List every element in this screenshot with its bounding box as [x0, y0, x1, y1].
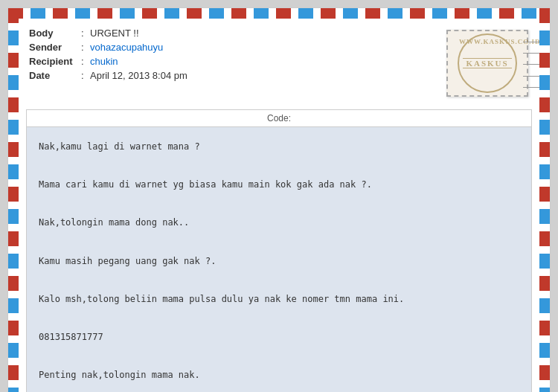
code-line: 081315871777	[39, 328, 519, 347]
code-section: Code: Nak,kamu lagi di warnet mana ? Mam…	[26, 109, 532, 392]
sender-row: Sender : vohazacupahuyu	[26, 40, 190, 54]
code-line: Kalo msh,tolong beliin mama pulsa dulu y…	[39, 290, 519, 309]
postage-stamp: WWW.KASKUS.CO.ID KASKUS	[446, 30, 528, 97]
sender-label: Sender	[26, 40, 78, 54]
stamp-area: WWW.KASKUS.CO.ID KASKUS	[443, 26, 532, 100]
code-line: Nak,tolongin mama dong nak..	[39, 213, 519, 233]
stamp-outer-text: WWW.KASKUS.CO.ID	[459, 38, 516, 45]
stamp-line-5	[523, 87, 549, 88]
recipient-link[interactable]: chukin	[90, 56, 118, 67]
code-line: Penting nak,tolongin mama nak.	[39, 366, 519, 385]
colon-1: :	[78, 26, 87, 40]
body-value: URGENT !!	[87, 26, 190, 40]
sender-value: vohazacupahuyu	[87, 40, 190, 54]
body-row: Body : URGENT !!	[26, 26, 190, 40]
code-line	[39, 233, 519, 252]
stamp-inner: WWW.KASKUS.CO.ID KASKUS	[458, 33, 517, 93]
stamp-brand-text: KASKUS	[463, 58, 511, 68]
mail-content: Body : URGENT !! Sender : vohazacupahuyu…	[19, 19, 539, 392]
stamp-cancel-lines	[523, 31, 549, 98]
code-line	[39, 347, 519, 367]
date-label: Date	[26, 68, 78, 83]
code-line	[39, 271, 519, 290]
body-label: Body	[26, 26, 78, 40]
code-body: Nak,kamu lagi di warnet mana ? Mama cari…	[27, 127, 531, 392]
code-line	[39, 195, 519, 214]
code-line: Kamu masih pegang uang gak nak ?.	[39, 252, 519, 271]
stamp-line-1	[523, 42, 549, 42]
recipient-label: Recipient	[26, 54, 78, 68]
colon-2: :	[78, 40, 87, 54]
code-line: Mama cari kamu di warnet yg biasa kamu m…	[39, 176, 519, 195]
code-line	[39, 157, 519, 176]
date-row: Date : April 12, 2013 8:04 pm	[26, 68, 190, 83]
mail-envelope: Body : URGENT !! Sender : vohazacupahuyu…	[7, 7, 551, 392]
code-line	[39, 309, 519, 328]
code-line	[39, 385, 519, 392]
header-section: Body : URGENT !! Sender : vohazacupahuyu…	[26, 26, 532, 100]
colon-4: :	[78, 68, 87, 83]
stamp-circle: WWW.KASKUS.CO.ID KASKUS	[458, 33, 517, 93]
stripe-left	[8, 8, 19, 392]
stamp-line-4	[523, 76, 549, 77]
date-value: April 12, 2013 8:04 pm	[87, 68, 190, 83]
stripe-top	[8, 8, 550, 19]
recipient-row: Recipient : chukin	[26, 54, 190, 68]
sender-link[interactable]: vohazacupahuyu	[90, 42, 163, 53]
meta-table: Body : URGENT !! Sender : vohazacupahuyu…	[26, 26, 190, 83]
stamp-line-3	[523, 64, 549, 65]
code-label: Code:	[27, 110, 531, 127]
code-line: Nak,kamu lagi di warnet mana ?	[39, 138, 519, 157]
colon-3: :	[78, 54, 87, 68]
stamp-line-2	[523, 53, 549, 54]
recipient-value: chukin	[87, 54, 190, 68]
